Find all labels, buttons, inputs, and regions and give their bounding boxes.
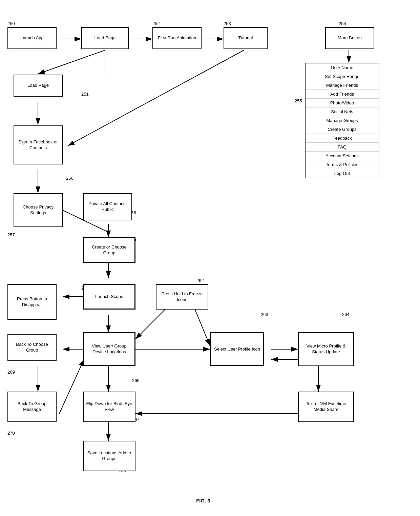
label-250: 250 (7, 21, 15, 26)
menu-scope: Set Scope Range (306, 72, 379, 81)
press-button-box: Press Button to Disappear (7, 284, 57, 320)
back-group-box: Back To Group Message (7, 392, 57, 422)
svg-line-22 (59, 359, 84, 414)
menu-manage-friends: Manage Friends (306, 81, 379, 90)
label-257: 257 (7, 232, 15, 237)
menu-create-groups: Create Groups (306, 125, 379, 134)
label-253: 253 (224, 21, 231, 26)
first-run-box: First Run Animation (152, 27, 202, 49)
label-263: 263 (261, 312, 268, 317)
fig-caption: FIG. 3 (169, 498, 237, 503)
flip-down-box: Flip Down for Birds Eye View (83, 392, 135, 422)
svg-line-26 (38, 50, 105, 74)
save-locations-box: Save Locations Add to Groups (83, 441, 135, 471)
label-254: 254 (339, 21, 346, 26)
launch-app-box: Launch App (7, 27, 57, 49)
label-266: 266 (132, 378, 140, 383)
menu-feedback: Feedback (306, 134, 379, 143)
menu-account: Account Settings (306, 152, 379, 160)
menu-logout: Log Out (306, 169, 379, 178)
label-251: 251 (81, 92, 89, 97)
label-270: 270 (7, 431, 15, 436)
menu-manage-groups: Manage Groups (306, 116, 379, 125)
diagram: 250 251 252 253 254 255 256 257 258 259 … (0, 0, 420, 516)
label-262: 262 (196, 278, 204, 283)
more-button-box: More Button (325, 27, 374, 49)
view-user-box: View User/ Group Device Locations (83, 332, 135, 366)
privacy-settings-box: Choose Privacy Settings (14, 193, 63, 227)
text-vm-box: Text or VM Facetime Media Share (298, 392, 354, 422)
label-264: 264 (342, 312, 350, 317)
menu-username: User Name (306, 63, 379, 72)
more-menu-box: User Name Set Scope Range Manage Friends… (305, 63, 379, 178)
sign-in-box: Sign In Facebook or Contacts (14, 125, 63, 164)
svg-line-6 (68, 50, 244, 146)
tutorial-box: Tutorial (224, 27, 268, 49)
label-269: 269 (7, 370, 15, 375)
launch-scope-box: Launch Scope (83, 284, 135, 310)
select-user-box: Select User Profile Icon (210, 332, 264, 366)
menu-photo-video: Photo/Video (306, 99, 379, 107)
menu-add-friends: Add Friends (306, 90, 379, 99)
load-page-box: Load Page (14, 75, 63, 97)
private-public-box: Private All Contacts Public (83, 193, 132, 220)
svg-line-15 (135, 309, 166, 339)
view-micro-box: View Micro Profile & Status Update (298, 332, 354, 366)
press-hold-box: Press Hold to Freeze Icons (156, 284, 208, 310)
load-page-top-box: Load Page (81, 27, 129, 49)
label-252: 252 (152, 21, 160, 26)
label-256: 256 (66, 176, 74, 181)
menu-terms: Terms & Policies (306, 160, 379, 169)
menu-faq: FAQ (306, 143, 379, 152)
label-255: 255 (295, 98, 302, 103)
back-choose-box: Back To Choose Group (7, 334, 57, 361)
menu-social: Social Nets (306, 107, 379, 116)
create-group-box: Create or Choose Group (83, 237, 135, 263)
